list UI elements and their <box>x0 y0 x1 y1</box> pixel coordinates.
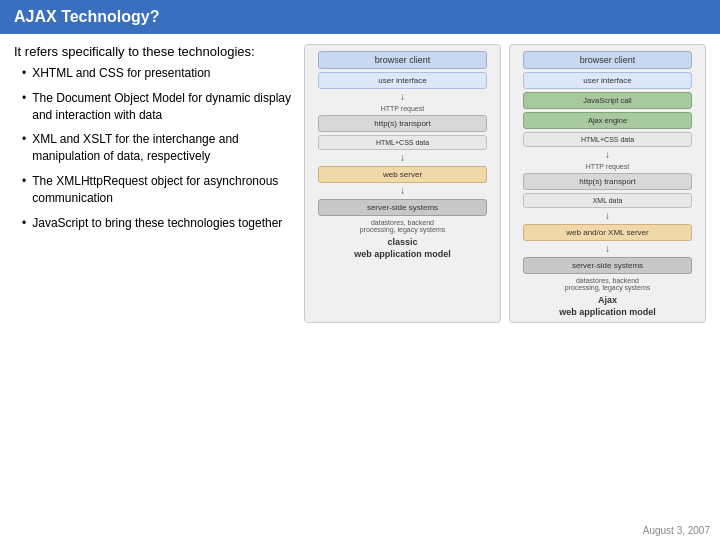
ajax-engine: Ajax engine <box>523 112 691 129</box>
list-item-js: JavaScript to bring these technologies t… <box>22 215 294 232</box>
ajax-arrow-down1: ↓ <box>605 150 610 160</box>
ajax-js-call: JavaScript call <box>523 92 691 109</box>
list-item-dom: The Document Object Model for dynamic di… <box>22 90 294 124</box>
bullet-xhtml-text: XHTML and CSS for presentation <box>32 65 210 82</box>
classic-transport-sub: HTTP request <box>381 105 424 112</box>
ajax-diagram-inner: browser client user interface JavaScript… <box>514 51 701 291</box>
classic-arrow-down3: ↓ <box>400 186 405 196</box>
text-section: It refers specifically to these technolo… <box>14 44 294 323</box>
classic-data-label: HTML+CSS data <box>318 135 486 150</box>
classic-arrow-down2: ↓ <box>400 153 405 163</box>
classic-diagram-inner: browser client user interface ↓ HTTP req… <box>309 51 496 233</box>
page-header: AJAX Technology? <box>0 0 720 34</box>
classic-browser-client: browser client <box>318 51 486 69</box>
ajax-web-server: web and/or XML server <box>523 224 691 241</box>
ajax-server-detail: datastores, backendprocessing, legacy sy… <box>565 277 651 291</box>
ajax-browser-client: browser client <box>523 51 691 69</box>
ajax-transport-sub: HTTP request <box>586 163 629 170</box>
ajax-caption: Ajax web application model <box>559 295 656 318</box>
footer: August 3, 2007 <box>643 525 710 536</box>
bullet-xml-text: XML and XSLT for the interchange and man… <box>32 131 294 165</box>
ajax-arrow-down3: ↓ <box>605 244 610 254</box>
list-item-xmlhttp: The XMLHttpRequest object for asynchrono… <box>22 173 294 207</box>
ajax-server-side: server-side systems <box>523 257 691 274</box>
diagram-section: browser client user interface ↓ HTTP req… <box>304 44 706 323</box>
bullet-dom-text: The Document Object Model for dynamic di… <box>32 90 294 124</box>
classic-transport: http(s) transport <box>318 115 486 132</box>
classic-caption: classic web application model <box>354 237 451 260</box>
page-title: AJAX Technology? <box>14 8 160 25</box>
ajax-arrow-down2: ↓ <box>605 211 610 221</box>
list-item-xhtml: XHTML and CSS for presentation <box>22 65 294 82</box>
intro-text: It refers specifically to these technolo… <box>14 44 294 59</box>
bullet-list: XHTML and CSS for presentation The Docum… <box>14 65 294 231</box>
footer-date: August 3, 2007 <box>643 525 710 536</box>
classic-web-server: web server <box>318 166 486 183</box>
classic-arrow-down1: ↓ <box>400 92 405 102</box>
bullet-xmlhttp-text: The XMLHttpRequest object for asynchrono… <box>32 173 294 207</box>
bullet-js-text: JavaScript to bring these technologies t… <box>32 215 282 232</box>
ajax-transport: http(s) transport <box>523 173 691 190</box>
classic-server-side: server-side systems <box>318 199 486 216</box>
ajax-user-interface: user interface <box>523 72 691 89</box>
classic-user-interface: user interface <box>318 72 486 89</box>
ajax-html-css: HTML+CSS data <box>523 132 691 147</box>
classic-diagram: browser client user interface ↓ HTTP req… <box>304 44 501 323</box>
list-item-xml: XML and XSLT for the interchange and man… <box>22 131 294 165</box>
ajax-diagram: browser client user interface JavaScript… <box>509 44 706 323</box>
main-content: It refers specifically to these technolo… <box>0 34 720 333</box>
ajax-data-label: XML data <box>523 193 691 208</box>
classic-server-detail: datastores, backendprocessing, legacy sy… <box>360 219 446 233</box>
